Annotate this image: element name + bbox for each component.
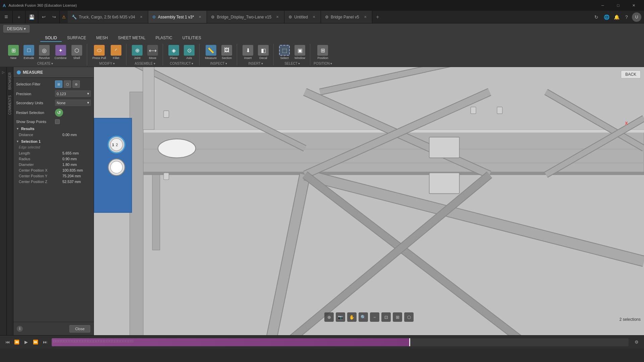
save-button[interactable]: 💾 <box>25 11 38 23</box>
construct-arrow-icon[interactable]: ▾ <box>192 62 193 65</box>
selection1-section-header[interactable]: ▼ Selection 1 <box>16 139 91 143</box>
design-dropdown-button[interactable]: DESIGN ▾ <box>3 25 30 33</box>
zoom-button[interactable]: 🔍 <box>359 312 368 322</box>
create-revolve-button[interactable]: ◎ Revolve <box>37 44 52 61</box>
timeline-settings-button[interactable]: ⚙ <box>633 338 641 346</box>
measure-panel-content: Selection Filter ⊞ ⬡ ⊚ Precision 0.123 ▾… <box>13 78 94 322</box>
create-arrow-icon[interactable]: ▾ <box>51 62 53 65</box>
assemble-joint-button[interactable]: ⊕ Joint <box>130 44 145 61</box>
tab-bridge-display-close[interactable]: ✕ <box>275 14 280 20</box>
position-button[interactable]: ⊞ Position <box>315 44 330 61</box>
show-snap-row: Show Snap Points <box>16 119 91 124</box>
select-button[interactable]: ⬚ Select <box>277 44 292 61</box>
grid-button[interactable]: ⊞ <box>393 312 402 322</box>
modify-fillet-button[interactable]: ◜ Fillet <box>109 44 123 61</box>
timeline-next-button[interactable]: ⏩ <box>32 338 40 346</box>
browser-tab[interactable]: BROWSER <box>7 70 13 93</box>
new-doc-button[interactable]: + <box>13 11 25 23</box>
inspect-section-button[interactable]: 🖼 Section <box>219 44 234 61</box>
create-extrude-button[interactable]: □ Extrude <box>21 44 36 61</box>
insert-decal-button[interactable]: ◧ Decal <box>256 44 271 61</box>
tab-truck-close[interactable]: ✕ <box>139 14 144 20</box>
info-button[interactable]: ℹ <box>17 326 23 332</box>
select2-button[interactable]: ▣ Window <box>292 44 307 61</box>
tab-truck[interactable]: 🔧 Truck, Cargo, 2.5t 6x6 M35 v34 ✕ <box>68 11 148 23</box>
select-arrow-icon[interactable]: ▾ <box>298 62 300 65</box>
create-combine-button[interactable]: ✦ Combine <box>53 44 69 61</box>
redo-button[interactable]: ↪ <box>49 11 60 23</box>
show-snap-checkbox[interactable] <box>55 119 60 124</box>
insert-button[interactable]: ⬇ Insert <box>240 44 255 61</box>
filter-body-icon[interactable]: ⊞ <box>55 80 62 88</box>
results-section-header[interactable]: ▼ Results <box>16 127 91 131</box>
close-button[interactable]: ✕ <box>626 0 641 11</box>
press-pull-icon: ⬭ <box>94 45 105 56</box>
position-arrow-icon[interactable]: ▾ <box>330 62 332 65</box>
length-value: 5.655 mm <box>62 151 79 155</box>
filter-edge-icon[interactable]: ⊚ <box>72 80 80 88</box>
modify-arrow-icon[interactable]: ▾ <box>113 62 115 65</box>
viewport[interactable]: 1 2 BACK X ⊕ 📷 ✋ <box>94 67 644 335</box>
refresh-button[interactable]: ↻ <box>592 12 601 22</box>
distance-value: 0.00 mm <box>62 133 77 137</box>
create-shell-button[interactable]: ⬡ Shell <box>69 44 84 61</box>
insert-arrow-icon[interactable]: ▾ <box>261 62 263 65</box>
plane-icon: ◈ <box>168 45 179 56</box>
orbit-button[interactable]: ⊕ <box>324 312 334 322</box>
distance-row: Distance 0.00 mm <box>16 133 91 137</box>
fit-button[interactable]: ⊡ <box>381 312 391 322</box>
precision-arrow-icon: ▾ <box>87 92 89 96</box>
length-label: Length <box>19 151 62 155</box>
display-button[interactable]: ⬡ <box>404 312 414 322</box>
camera-button[interactable]: 📷 <box>336 312 345 322</box>
timeline-prev-button[interactable]: ⏪ <box>13 338 21 346</box>
svg-text:1: 1 <box>112 143 114 147</box>
construct-axis-button[interactable]: ⊙ Axis <box>182 44 197 61</box>
timeline-play-button[interactable]: ▶ <box>22 338 30 346</box>
create-new-component-button[interactable]: ⊞ New <box>6 44 21 61</box>
new-tab-button[interactable]: + <box>372 11 383 23</box>
pan-button[interactable]: ✋ <box>347 312 357 322</box>
ribbon-tab-utilities[interactable]: UTILITIES <box>178 35 206 42</box>
tab-bridge-panel[interactable]: ⚙ Bridge Panel v5 ✕ <box>321 11 372 23</box>
construct-plane-button[interactable]: ◈ Plane <box>166 44 181 61</box>
zoom-out-button[interactable]: − <box>370 312 379 322</box>
timeline-track[interactable]: ⬚⬚⬚⬚⬚⬚⬚⬚⬚⬚⬚⬚⬚⬚⬚⬚⬚⬚⬚⬚⬚⬚⬚⬚⬚⬚⬚⬚⬚⬚ <box>52 338 629 346</box>
inspect-arrow-icon[interactable]: ▾ <box>225 62 227 65</box>
warning-icon: ⚠ <box>60 11 68 23</box>
modify-press-pull-button[interactable]: ⬭ Press Pull <box>91 44 108 61</box>
collapse-arrow[interactable]: ▷ <box>1 70 5 75</box>
tab-truck-label: Truck, Cargo, 2.5t 6x6 M35 v34 <box>79 15 135 19</box>
minimize-button[interactable]: ─ <box>595 0 610 11</box>
tab-assembly-close[interactable]: ✕ <box>197 14 203 20</box>
tab-bridge-display[interactable]: ⚙ Bridge_Display_Two-Lane v15 ✕ <box>207 11 284 23</box>
restart-selection-button[interactable]: ↺ <box>55 109 63 117</box>
tab-untitled-close[interactable]: ✕ <box>311 14 317 20</box>
ribbon-tab-solid[interactable]: SOLID <box>40 35 62 42</box>
close-measure-button[interactable]: Close <box>69 325 90 333</box>
app-menu-button[interactable]: ≡ <box>0 11 13 23</box>
precision-dropdown[interactable]: 0.123 ▾ <box>55 90 91 97</box>
back-button[interactable]: BACK <box>621 70 641 78</box>
ribbon-tab-mesh[interactable]: MESH <box>92 35 113 42</box>
comments-tab[interactable]: COMMENTS <box>7 93 13 117</box>
maximize-button[interactable]: □ <box>610 0 626 11</box>
tab-assembly[interactable]: ⚙ Assembly Test 1 v3* ✕ <box>148 11 207 23</box>
timeline-prev-start-button[interactable]: ⏮ <box>3 338 11 346</box>
undo-button[interactable]: ↩ <box>38 11 49 23</box>
ribbon-tab-sheet-metal[interactable]: SHEET METAL <box>113 35 150 42</box>
assemble-move-button[interactable]: ⟷ Move <box>145 44 160 61</box>
tab-bridge-panel-close[interactable]: ✕ <box>363 14 368 20</box>
secondary-units-dropdown[interactable]: None ▾ <box>55 100 91 106</box>
help-button[interactable]: ? <box>622 12 631 22</box>
notification-button[interactable]: 🔔 <box>612 12 621 22</box>
user-avatar[interactable]: U <box>632 12 641 22</box>
timeline-next-end-button[interactable]: ⏭ <box>41 338 49 346</box>
ribbon-tab-plastic[interactable]: PLASTIC <box>151 35 177 42</box>
ribbon-tab-surface[interactable]: SURFACE <box>62 35 91 42</box>
browser-button[interactable]: 🌐 <box>602 12 611 22</box>
assemble-arrow-icon[interactable]: ▾ <box>154 62 155 65</box>
tab-untitled[interactable]: ⚙ Untitled ✕ <box>284 11 321 23</box>
filter-face-icon[interactable]: ⬡ <box>64 80 71 88</box>
inspect-measure-button[interactable]: 📏 Measure <box>203 44 219 61</box>
